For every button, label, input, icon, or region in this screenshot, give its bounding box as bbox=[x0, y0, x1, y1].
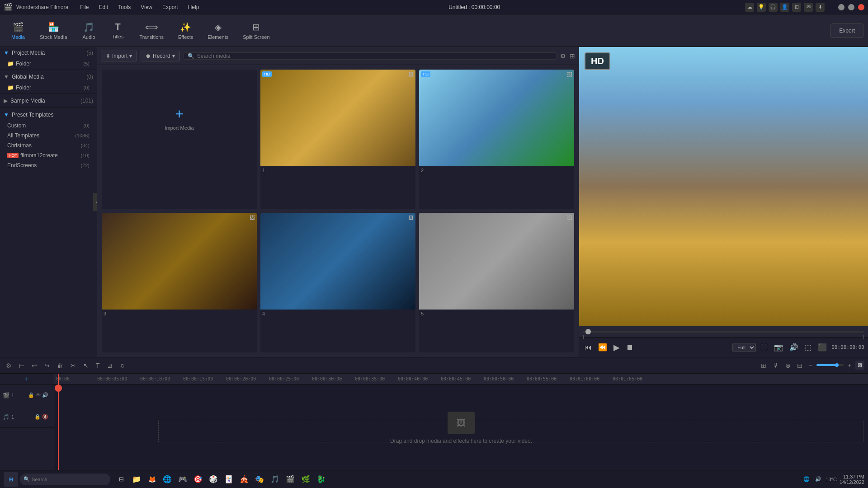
step-back-button[interactable]: ⏪ bbox=[596, 341, 609, 353]
stop-button[interactable]: ⏹ bbox=[624, 342, 635, 353]
download-icon[interactable]: ⬇ bbox=[816, 3, 825, 12]
video-lock-btn[interactable]: 🔒 bbox=[28, 392, 34, 398]
start-button[interactable]: ⊞ bbox=[4, 472, 18, 487]
music-button[interactable]: 🎵 bbox=[268, 472, 282, 487]
filter-icon[interactable]: ⚙ bbox=[560, 52, 566, 60]
scrubber-left-bracket[interactable]: { bbox=[583, 334, 584, 339]
quality-select[interactable]: Full 1/2 1/4 bbox=[732, 343, 756, 352]
chrome-button[interactable]: 🌐 bbox=[160, 472, 175, 487]
app2-button[interactable]: 🎯 bbox=[191, 472, 205, 487]
grid-icon[interactable]: ⊞ bbox=[792, 3, 801, 12]
scrubber-right-bracket[interactable]: } bbox=[863, 334, 864, 339]
tl-more-btn[interactable]: ⊠ bbox=[855, 361, 864, 370]
import-media-placeholder[interactable]: + Import Media bbox=[102, 70, 257, 209]
app4-button[interactable]: 🃏 bbox=[222, 472, 236, 487]
maximize-button[interactable] bbox=[848, 4, 854, 10]
avatar-icon[interactable]: 👤 bbox=[780, 3, 789, 12]
menu-export[interactable]: Export bbox=[158, 2, 183, 12]
skip-back-button[interactable]: ⏮ bbox=[583, 342, 594, 353]
scrubber-track[interactable] bbox=[583, 331, 864, 333]
toolbar-splitscreen[interactable]: ⊞ Split Screen bbox=[236, 19, 276, 42]
app3-button[interactable]: 🎲 bbox=[206, 472, 221, 487]
toolbar-effects[interactable]: ✨ Effects bbox=[172, 19, 199, 42]
render-button[interactable]: ⬚ bbox=[803, 341, 813, 353]
close-button[interactable] bbox=[858, 4, 864, 10]
tl-select-btn[interactable]: ↖ bbox=[81, 361, 91, 371]
toolbar-titles[interactable]: T Titles bbox=[104, 19, 132, 42]
media-item-4[interactable]: 🖼 4 bbox=[260, 213, 415, 352]
network-icon[interactable]: 🌐 bbox=[802, 475, 811, 484]
minimize-button[interactable] bbox=[838, 4, 844, 10]
folder-global[interactable]: 📁 Folder (0) bbox=[0, 83, 97, 93]
collapse-left-panel[interactable]: ‹ bbox=[93, 193, 97, 211]
search-input[interactable] bbox=[197, 53, 552, 59]
volume-button[interactable]: 🔊 bbox=[788, 341, 800, 353]
section-preset-templates[interactable]: ▼ Preset Templates bbox=[0, 109, 97, 121]
audio-lock-btn[interactable]: 🔒 bbox=[34, 414, 41, 420]
volume-icon[interactable]: 🔊 bbox=[814, 475, 823, 484]
video-mute-btn[interactable]: 👁 bbox=[36, 392, 41, 398]
video-volume-btn[interactable]: 🔊 bbox=[42, 392, 48, 398]
add-media-button[interactable]: + bbox=[25, 375, 29, 383]
section-sample-media[interactable]: ▶ Sample Media (101) bbox=[0, 95, 97, 107]
pip-button[interactable]: ⬛ bbox=[816, 341, 829, 353]
import-plus-area[interactable]: + Import Media bbox=[102, 70, 257, 166]
playhead-handle[interactable] bbox=[55, 385, 62, 392]
section-global-media[interactable]: ▼ Global Media (0) bbox=[0, 71, 97, 83]
record-button[interactable]: ⏺ Record ▾ bbox=[141, 51, 180, 61]
browser-button[interactable]: 🦊 bbox=[145, 472, 159, 487]
tl-undo-btn[interactable]: ↩ bbox=[29, 361, 39, 371]
audio-mute-btn[interactable]: 🔇 bbox=[42, 414, 48, 420]
explorer-button[interactable]: 📁 bbox=[129, 472, 144, 487]
preset-filmora12create[interactable]: HOT filmora12create (10) bbox=[0, 150, 97, 160]
toolbar-elements[interactable]: ◈ Elements bbox=[201, 19, 235, 42]
toolbar-transitions[interactable]: ⟺ Transitions bbox=[133, 19, 170, 42]
tl-marker-btn[interactable]: ⊢ bbox=[17, 361, 27, 371]
tl-settings-btn[interactable]: ⚙ bbox=[4, 361, 14, 371]
import-button[interactable]: ⬇ Import ▾ bbox=[101, 51, 137, 61]
cloud-icon[interactable]: ☁ bbox=[745, 3, 754, 12]
screenshot-button[interactable]: 📷 bbox=[772, 341, 785, 353]
headset-icon[interactable]: 🎧 bbox=[769, 3, 778, 12]
tl-split-btn[interactable]: ⊟ bbox=[795, 361, 805, 371]
taskbar-search-input[interactable] bbox=[32, 477, 104, 482]
mail-icon[interactable]: ✉ bbox=[804, 3, 813, 12]
app7-button[interactable]: 🎬 bbox=[283, 472, 297, 487]
toolbar-stock[interactable]: 🏪 Stock Media bbox=[33, 19, 74, 42]
preset-endscreens[interactable]: EndScreens (22) bbox=[0, 160, 97, 170]
tl-audio-adj-btn[interactable]: ♫ bbox=[118, 361, 127, 371]
media-item-1[interactable]: HD 🖼 1 bbox=[260, 70, 415, 209]
folder-project[interactable]: 📁 Folder (5) bbox=[0, 59, 97, 69]
preset-christmas[interactable]: Christmas (34) bbox=[0, 141, 97, 150]
bulb-icon[interactable]: 💡 bbox=[757, 3, 766, 12]
tl-redo-btn[interactable]: ↪ bbox=[42, 361, 52, 371]
media-item-3[interactable]: 🖼 3 bbox=[102, 213, 257, 352]
menu-edit[interactable]: Edit bbox=[94, 2, 113, 12]
preset-custom[interactable]: Custom (0) bbox=[0, 121, 97, 131]
tl-delete-btn[interactable]: 🗑 bbox=[55, 361, 66, 371]
taskview-button[interactable]: ⊟ bbox=[114, 472, 128, 487]
tl-text-btn[interactable]: T bbox=[94, 361, 102, 371]
tl-mix-btn[interactable]: ⊜ bbox=[783, 361, 793, 371]
app5-button[interactable]: 🎪 bbox=[237, 472, 251, 487]
track-content[interactable]: 00:00 00:00:05:00 00:00:10:00 00:00:15:0… bbox=[54, 374, 868, 470]
preview-scrubber[interactable]: { } bbox=[579, 326, 868, 337]
tl-cut-btn[interactable]: ✂ bbox=[68, 361, 78, 371]
preset-all-templates[interactable]: All Templates (1086) bbox=[0, 131, 97, 141]
grid-view-icon[interactable]: ⊞ bbox=[570, 52, 575, 60]
menu-file[interactable]: File bbox=[75, 2, 93, 12]
tl-zoom-in-btn[interactable]: + bbox=[845, 361, 854, 371]
menu-help[interactable]: Help bbox=[184, 2, 204, 12]
tl-zoom-out-btn[interactable]: − bbox=[807, 361, 815, 371]
toolbar-media[interactable]: 🎬 Media bbox=[5, 19, 32, 42]
tl-add-track-btn[interactable]: ⊞ bbox=[759, 361, 769, 371]
app9-button[interactable]: 🐉 bbox=[314, 472, 328, 487]
app1-button[interactable]: 🎮 bbox=[175, 472, 190, 487]
app8-button[interactable]: 🌿 bbox=[298, 472, 313, 487]
app6-button[interactable]: 🎭 bbox=[252, 472, 267, 487]
fullscreen-button[interactable]: ⛶ bbox=[759, 342, 769, 353]
section-project-media[interactable]: ▼ Project Media (5) bbox=[0, 47, 97, 59]
media-item-2[interactable]: HD 🖼 2 bbox=[419, 70, 574, 209]
export-button[interactable]: Export bbox=[830, 23, 863, 38]
media-item-5[interactable]: 🖼 5 bbox=[419, 213, 574, 352]
